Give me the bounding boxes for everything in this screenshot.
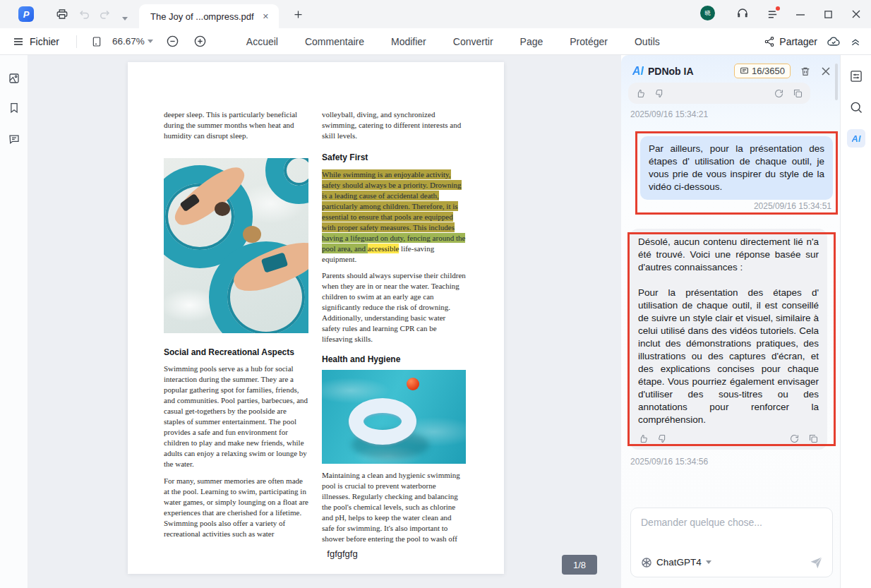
user-avatar[interactable]: 晓 xyxy=(700,6,715,20)
paragraph: deeper sleep. This is particularly benef… xyxy=(164,109,308,141)
minimize-icon xyxy=(795,9,805,19)
bookmarks-panel-button[interactable] xyxy=(8,102,20,114)
openai-logo-icon xyxy=(641,557,652,568)
chat-input[interactable] xyxy=(641,517,817,528)
new-tab-button[interactable] xyxy=(291,7,305,21)
white-ring-shape xyxy=(349,398,416,445)
highlight-olive-text: While swimming is an enjoyable activity,… xyxy=(322,169,462,232)
toolbar-divider xyxy=(76,35,77,48)
section-heading: Health and Hygiene xyxy=(322,354,466,365)
maximize-button[interactable] xyxy=(821,7,835,21)
ai-message-paragraph: Désolé, aucun contenu directement lié n'… xyxy=(638,236,819,274)
thumbs-down-icon[interactable] xyxy=(657,433,668,444)
chevron-down-icon xyxy=(122,17,128,20)
highlighted-paragraph: While swimming is an enjoyable activity,… xyxy=(322,169,466,265)
collapse-toolbar-button[interactable] xyxy=(850,36,861,47)
red-annotation-rect: Par ailleurs, pour la présentation des é… xyxy=(635,131,838,215)
pdf-right-column: volleyball, diving, and synchronized swi… xyxy=(322,109,466,544)
tab-page[interactable]: Page xyxy=(520,36,543,47)
regenerate-icon[interactable] xyxy=(774,88,784,99)
support-button[interactable] xyxy=(735,6,750,20)
zoom-in-button[interactable] xyxy=(193,35,207,48)
share-button[interactable]: Partager xyxy=(764,36,817,47)
model-selector-label[interactable]: ChatGPT4 xyxy=(656,557,702,568)
ai-assistant-button[interactable]: AI xyxy=(847,129,865,148)
document-viewport[interactable]: deeper sleep. This is particularly benef… xyxy=(28,55,621,588)
plus-icon xyxy=(293,9,304,20)
maximize-icon xyxy=(824,10,833,19)
close-window-button[interactable] xyxy=(849,7,863,21)
redo-button[interactable] xyxy=(97,7,112,21)
avatar-initial: 晓 xyxy=(705,9,711,17)
cloud-sync-button[interactable] xyxy=(826,35,841,49)
swimmer-hair-shape xyxy=(215,202,230,216)
print-button[interactable] xyxy=(55,7,69,21)
double-chevron-up-icon xyxy=(850,36,861,47)
tab-proteger[interactable]: Protéger xyxy=(570,36,608,47)
comments-panel-button[interactable] xyxy=(8,133,20,145)
chat-input-box[interactable]: ChatGPT4 xyxy=(630,508,833,577)
ai-message-bubble: Désolé, aucun contenu directement lié n'… xyxy=(630,229,827,450)
pool-tubes-photo xyxy=(164,158,308,333)
tab-close-icon[interactable]: ✕ xyxy=(260,11,272,23)
paragraph: For many, summer memories are often made… xyxy=(164,476,308,539)
ai-chat-panel: AI PDNob IA 16/3650 xyxy=(621,55,840,588)
section-heading: Social and Recreational Aspects xyxy=(164,347,308,358)
main-toolbar: Fichier 66.67% Accueil Commentaire Modif… xyxy=(0,28,871,55)
regenerate-icon[interactable] xyxy=(789,433,800,444)
tab-accueil[interactable]: Accueil xyxy=(246,36,278,47)
paragraph: Swimming pools serve as a hub for social… xyxy=(164,364,308,469)
trash-icon xyxy=(800,66,811,77)
tab-commentaire[interactable]: Commentaire xyxy=(305,36,364,47)
comment-icon xyxy=(8,133,20,145)
thumbs-up-icon[interactable] xyxy=(638,433,649,444)
title-bar: P The Joy of ...ompress.pdf ✕ 晓 xyxy=(0,0,871,28)
copy-icon[interactable] xyxy=(808,433,819,444)
notifications-button[interactable] xyxy=(765,7,779,21)
send-button[interactable] xyxy=(809,555,824,570)
tab-outils[interactable]: Outils xyxy=(635,36,660,47)
redo-icon xyxy=(98,8,111,20)
history-dropdown[interactable] xyxy=(118,11,132,25)
thumbnails-panel-button[interactable] xyxy=(8,72,20,85)
thumbnails-icon xyxy=(8,72,20,85)
copy-icon[interactable] xyxy=(793,88,803,99)
file-menu-label: Fichier xyxy=(30,36,59,47)
pdf-page[interactable]: deeper sleep. This is particularly benef… xyxy=(128,62,504,574)
thumbs-down-icon[interactable] xyxy=(654,88,665,99)
delete-chat-button[interactable] xyxy=(799,65,811,77)
message-timestamp: 2025/09/16 15:34:51 xyxy=(640,201,831,211)
app-logo[interactable]: P xyxy=(18,6,34,22)
red-ball-shape xyxy=(407,378,419,390)
share-label: Partager xyxy=(779,36,817,47)
thumbs-up-icon[interactable] xyxy=(635,88,646,99)
chat-panel-title: PDNob IA xyxy=(648,66,694,77)
minimize-button[interactable] xyxy=(793,7,807,21)
zoom-out-button[interactable] xyxy=(166,35,179,48)
page-fit-icon xyxy=(91,36,102,47)
tab-modifier[interactable]: Modifier xyxy=(391,36,426,47)
file-menu-button[interactable]: Fichier xyxy=(13,36,59,47)
close-icon xyxy=(851,9,861,19)
fit-page-button[interactable] xyxy=(91,36,102,47)
chat-messages[interactable]: 2025/09/16 15:34:21 Par ailleurs, pour l… xyxy=(621,78,840,467)
paragraph: Parents should always supervise their ch… xyxy=(322,270,466,344)
chat-counter-icon xyxy=(740,66,749,76)
search-panel-button[interactable] xyxy=(849,100,863,114)
properties-panel-button[interactable] xyxy=(849,69,863,83)
document-tab[interactable]: The Joy of ...ompress.pdf ✕ xyxy=(139,4,279,28)
send-icon xyxy=(809,555,824,570)
model-selector-caret[interactable] xyxy=(706,560,711,564)
ai-message-actions xyxy=(638,433,819,444)
zoom-level-value[interactable]: 66.67% xyxy=(112,36,145,47)
ai-message-paragraph: Pour la présentation des étapes d' utili… xyxy=(638,287,819,426)
close-chat-button[interactable] xyxy=(819,65,831,77)
zoom-out-icon xyxy=(166,35,179,48)
tab-convertir[interactable]: Convertir xyxy=(453,36,493,47)
close-icon xyxy=(821,66,831,76)
user-message-bubble: Par ailleurs, pour la présentation des é… xyxy=(640,136,833,200)
ai-message-wrap: Désolé, aucun contenu directement lié n'… xyxy=(630,229,827,450)
zoom-dropdown-caret[interactable] xyxy=(148,40,153,43)
undo-button[interactable] xyxy=(78,7,92,21)
page-indicator-badge: 1/8 xyxy=(562,555,597,575)
